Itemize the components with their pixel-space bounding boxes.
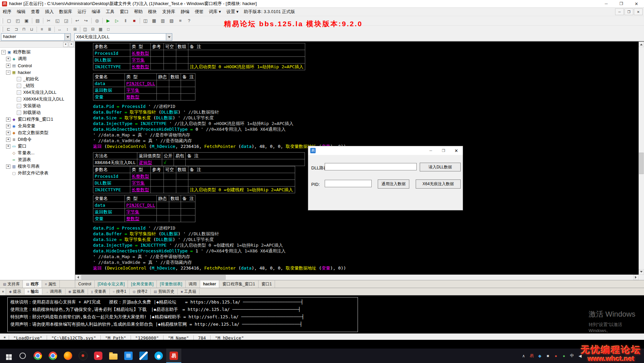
code-line[interactable]: data.Size = 取字节集长度 (DLL数据) ' //DLL字节长度 [93, 115, 639, 121]
new-button[interactable]: ▢ [5, 17, 13, 25]
menu-item[interactable]: 窗口 [117, 8, 131, 16]
run-button[interactable]: ▶ [104, 17, 112, 25]
menu-item[interactable]: 模块 [145, 8, 159, 16]
menu-item[interactable]: 查看 [28, 8, 42, 16]
tree-item[interactable]: ◇常量表... [0, 150, 75, 156]
horizontal-scrollbar[interactable] [75, 275, 639, 280]
bottom-tab-search1[interactable]: ○搜寻1 [110, 289, 130, 294]
tray-expand[interactable]: ∧ [521, 354, 526, 358]
x64-inject-button[interactable]: X64无痕注入数据 [416, 179, 461, 189]
bottom-tab-toolbox[interactable]: ■工具箱 [178, 289, 199, 294]
document-tab-winset-window1[interactable]: 窗口程序集_窗口1 [219, 280, 258, 288]
expand-icon[interactable]: + [6, 64, 10, 68]
code-line[interactable]: ' //data.n_VadHide = 真 ' //是否隐藏内存 [93, 259, 639, 265]
bring-front-button[interactable]: ◫ [81, 26, 89, 33]
menu-item[interactable]: 设置 ▾ [224, 8, 241, 16]
elang-ide[interactable]: 易 [166, 349, 181, 363]
menu-item[interactable]: 程序 [0, 8, 14, 16]
bottom-tab-output[interactable]: ≡输出 [25, 289, 42, 294]
paste-button[interactable]: ◲ [62, 17, 71, 25]
blue-doc-app[interactable] [121, 349, 136, 363]
search-button[interactable] [15, 349, 30, 363]
dialog-close-button[interactable]: ✕ [450, 146, 463, 155]
read-dll-button[interactable]: 读入DLL数据 [420, 163, 461, 171]
bottom-tab-clip-history[interactable]: ▤剪辑历史 [151, 289, 178, 294]
cut-button[interactable]: ✂ [44, 17, 53, 25]
start-button[interactable] [0, 349, 15, 363]
menu-item[interactable]: 词库 ▾ [206, 8, 224, 16]
tray-elang[interactable]: 易 [529, 353, 535, 359]
bottom-tab-hints[interactable]: ◆提示 [6, 289, 25, 294]
mdi-minimize-button[interactable]: ─ [615, 8, 624, 15]
bottom-tab-watch-table[interactable]: ◉监视表 [65, 289, 88, 294]
dialog-title-bar[interactable]: 易 ─ ❐ ✕ [308, 146, 463, 155]
media-player[interactable]: ▶ [91, 349, 106, 363]
music-app[interactable] [76, 349, 91, 363]
volume[interactable]: ◀ [577, 354, 583, 358]
undo-button[interactable]: ↩ [73, 17, 82, 25]
align-bottom-button[interactable]: ⊔ [28, 26, 36, 33]
tree-item[interactable]: ↓X64无痕注入DLL [0, 89, 75, 96]
help-button[interactable]: ? [185, 17, 193, 25]
document-tab-global-vars[interactable]: [全局变量表] [128, 280, 157, 288]
data-table-button[interactable]: ▥ [158, 17, 167, 25]
same-size-button[interactable]: ⊞ [71, 26, 79, 33]
tree-item[interactable]: ↓_初始化 [0, 76, 75, 82]
code-line[interactable]: ' //data.m_Map = 真 ' //是否申请物理内存 [93, 132, 639, 138]
align-left-button[interactable]: ⊏ [5, 26, 12, 33]
tray-app-red[interactable]: ● [553, 354, 559, 358]
method-combo[interactable]: X64无痕注入DLL [74, 33, 172, 41]
code-line[interactable]: data.Buffer = 取字节集指针 (DLL数据) ' //DLL数据指针 [93, 231, 639, 237]
tree-item[interactable]: +◈调用 [0, 55, 75, 62]
expand-icon[interactable]: + [6, 137, 10, 142]
module-view-button[interactable]: ▧ [167, 17, 176, 25]
chrome-browser-2[interactable] [45, 349, 60, 363]
code-line[interactable]: data.Pid = ProcessId ' //进程PID [93, 225, 639, 231]
find-button[interactable]: ◎ [93, 17, 101, 25]
menu-item[interactable]: 支持库 [159, 8, 178, 16]
vertical-scrollbar[interactable] [639, 42, 644, 275]
code-line[interactable]: data.InjectType = INJECTTYPE ' //注入启动类型 … [93, 121, 639, 126]
menu-item[interactable]: 便签 [192, 8, 206, 16]
center-horizontal-button[interactable]: ≡ [38, 26, 46, 33]
collapse-icon[interactable]: − [6, 70, 10, 75]
tree-item[interactable]: +≣Dll命令 [0, 136, 75, 143]
document-tab-control[interactable]: Control [75, 280, 95, 288]
save-button[interactable]: ▣ [22, 17, 31, 25]
tree-item[interactable]: +◆自定义数据类型 [0, 129, 75, 136]
minimize-button[interactable]: ─ [599, 0, 614, 7]
code-line[interactable]: data.Pid = ProcessId ' //进程PID [93, 104, 639, 109]
dialog-minimize-button[interactable]: ─ [424, 146, 437, 155]
panel-collapse-button[interactable]: ▾ [63, 42, 68, 47]
code-line[interactable]: data.Size = 取字节集长度 (DLL数据) ' //DLL字节长度 [93, 237, 639, 242]
qq[interactable] [151, 349, 166, 363]
tree-item[interactable]: +▭窗口 [0, 143, 75, 150]
tray-app-green[interactable]: ● [561, 354, 567, 358]
document-tab-dll-commands[interactable]: [Dll命令定义表] [95, 280, 128, 288]
stop-button[interactable]: ■ [130, 17, 139, 25]
pid-input[interactable] [325, 180, 372, 187]
print-button[interactable]: ▤ [33, 17, 42, 25]
tree-item[interactable]: ↓X86X64无痕注入DLL [0, 96, 75, 103]
code-line[interactable]: data.Buffer = 取字节集指针 (DLL数据) ' //DLL数据指针 [93, 109, 639, 115]
dll-path-input[interactable] [325, 163, 417, 170]
scroll-down-button[interactable] [639, 269, 644, 275]
align-right-button[interactable]: ⊐ [12, 26, 20, 33]
expand-icon[interactable]: + [6, 124, 10, 128]
tree-item[interactable]: −▣程序数据 [0, 49, 75, 55]
same-height-button[interactable]: ↕ [63, 26, 71, 33]
mdi-restore-button[interactable]: ❐ [625, 8, 633, 15]
tree-item[interactable]: +▤Control [0, 62, 75, 69]
bottom-tab-search2[interactable]: ◎搜寻2 [130, 289, 150, 294]
tray-app-gray[interactable]: ■ [545, 354, 551, 358]
toolbar-grip[interactable] [1, 27, 3, 32]
tree-item[interactable]: −▦hacker [0, 69, 75, 76]
expand-icon[interactable]: + [6, 117, 10, 122]
align-top-button[interactable]: ⊓ [20, 26, 28, 33]
menu-item[interactable]: 静编 [178, 8, 192, 16]
menu-item[interactable]: 工具 [103, 8, 117, 16]
vertical-scroll-thumb[interactable] [639, 153, 644, 174]
panel-tab-program[interactable]: ▤程序 [23, 280, 42, 288]
menu-item[interactable]: 编辑 [14, 8, 28, 16]
method-combo-dropdown[interactable] [166, 34, 172, 40]
